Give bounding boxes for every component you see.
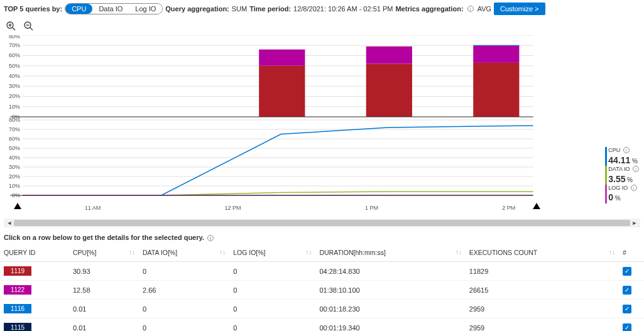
xaxis-slider[interactable]: 11 AM 12 PM 1 PM 2 PM bbox=[4, 205, 640, 217]
cell-executions: 2959 bbox=[466, 318, 619, 332]
row-checkbox[interactable]: ✓ bbox=[623, 323, 631, 332]
svg-text:50%: 50% bbox=[9, 63, 20, 69]
zoom-in-icon[interactable] bbox=[6, 21, 16, 31]
th-cpu[interactable]: CPU[%]↑↓ bbox=[69, 244, 139, 262]
info-icon[interactable]: i bbox=[467, 6, 474, 12]
xaxis-t3: 2 PM bbox=[502, 205, 515, 211]
query-agg-value: SUM bbox=[232, 5, 247, 13]
metrics-agg-value: AVG bbox=[478, 5, 491, 13]
scroll-left-icon[interactable]: ◄ bbox=[5, 220, 14, 226]
pill-dataio[interactable]: Data IO bbox=[92, 4, 129, 14]
th-query-id[interactable]: QUERY ID bbox=[0, 244, 69, 262]
table-row[interactable]: 112212.582.66001:38:10.10026615✓ bbox=[0, 281, 644, 300]
table-row[interactable]: 111930.930004:28:14.83011829✓ bbox=[0, 262, 644, 281]
zoom-out-icon[interactable] bbox=[24, 21, 34, 31]
cell-cpu: 0.01 bbox=[69, 318, 139, 332]
instruction-text: Click on a row below to get the details … bbox=[0, 231, 644, 244]
svg-text:20%: 20% bbox=[9, 173, 20, 180]
th-check[interactable]: # bbox=[619, 244, 644, 262]
time-period-label: Time period: bbox=[249, 5, 291, 13]
cell-executions: 11829 bbox=[466, 262, 619, 281]
horizontal-scrollbar[interactable]: ◄ ► bbox=[4, 219, 640, 227]
range-handle-left[interactable] bbox=[14, 203, 21, 209]
line-cpu[interactable] bbox=[23, 126, 533, 195]
cell-dataio: 0 bbox=[139, 318, 229, 332]
info-icon[interactable]: i bbox=[623, 147, 630, 153]
line-chart-bottom: 0% 10% 20% 30% 40% 50% 60% 70% 80% bbox=[9, 117, 533, 198]
query-id-badge[interactable]: 1119 bbox=[4, 266, 31, 276]
table-row[interactable]: 11150.010000:01:19.3402959✓ bbox=[0, 318, 644, 332]
svg-text:40%: 40% bbox=[9, 155, 20, 161]
legend-dataio-pct: % bbox=[627, 176, 633, 183]
sort-icon[interactable]: ↑↓ bbox=[129, 249, 135, 256]
cell-dataio: 2.66 bbox=[139, 281, 229, 300]
chart-area: 0% 10% 20% 30% 40% 50% 60% 70% 80% bbox=[4, 35, 640, 205]
range-handle-right[interactable] bbox=[533, 203, 540, 209]
bar-1119-12pm[interactable] bbox=[259, 66, 305, 117]
customize-button[interactable]: Customize > bbox=[494, 3, 545, 15]
svg-text:50%: 50% bbox=[9, 145, 20, 151]
cell-cpu: 0.01 bbox=[69, 300, 139, 318]
table-header-row: QUERY ID CPU[%]↑↓ DATA IO[%]↑↓ LOG IO[%]… bbox=[0, 244, 644, 262]
query-id-badge[interactable]: 1116 bbox=[4, 304, 31, 313]
svg-text:60%: 60% bbox=[9, 136, 20, 142]
svg-text:80%: 80% bbox=[9, 117, 20, 123]
row-checkbox[interactable]: ✓ bbox=[623, 305, 631, 313]
xaxis-t0: 11 AM bbox=[85, 205, 101, 211]
bar-1119-1pm[interactable] bbox=[366, 64, 412, 117]
info-icon[interactable]: i bbox=[631, 185, 637, 191]
sort-icon[interactable]: ↑↓ bbox=[219, 249, 226, 256]
line-dataio[interactable] bbox=[23, 192, 533, 195]
info-icon[interactable]: i bbox=[207, 235, 214, 241]
svg-text:10%: 10% bbox=[9, 183, 20, 189]
bar-1122-12pm[interactable] bbox=[259, 50, 305, 66]
legend-cpu[interactable]: CPU i 44.11 % bbox=[605, 147, 640, 166]
legend-logio-label: LOG IO bbox=[608, 185, 628, 191]
th-executions[interactable]: EXECUTIONS COUNT↑↓ bbox=[466, 244, 619, 262]
sort-icon[interactable]: ↑↓ bbox=[305, 249, 312, 256]
zoom-controls bbox=[0, 18, 644, 35]
bar-1122-1pm[interactable] bbox=[366, 46, 412, 64]
row-checkbox[interactable]: ✓ bbox=[623, 286, 631, 295]
th-logio[interactable]: LOG IO[%]↑↓ bbox=[229, 244, 315, 262]
cell-executions: 26615 bbox=[466, 281, 619, 300]
row-checkbox[interactable]: ✓ bbox=[623, 267, 631, 276]
bar-1119-2pm[interactable] bbox=[473, 63, 519, 117]
cell-logio: 0 bbox=[229, 281, 315, 300]
svg-text:60%: 60% bbox=[9, 53, 20, 59]
legend-cpu-value: 44.11 bbox=[608, 155, 630, 165]
bar-1122-2pm[interactable] bbox=[473, 45, 519, 63]
cell-logio: 0 bbox=[229, 262, 315, 281]
info-icon[interactable]: i bbox=[633, 166, 639, 172]
th-duration[interactable]: DURATION[hh:mm:ss]↑↓ bbox=[315, 244, 465, 262]
sort-icon[interactable]: ↑↓ bbox=[456, 249, 462, 256]
cell-duration: 00:01:19.340 bbox=[315, 318, 465, 332]
pill-cpu[interactable]: CPU bbox=[65, 4, 92, 14]
cell-cpu: 12.58 bbox=[69, 281, 139, 300]
cell-duration: 01:38:10.100 bbox=[315, 281, 465, 300]
legend-dataio[interactable]: DATA IO i 3.55 % bbox=[605, 166, 640, 185]
svg-text:70%: 70% bbox=[9, 42, 20, 48]
cell-duration: 00:01:18.230 bbox=[315, 300, 465, 318]
sort-icon[interactable]: ↑↓ bbox=[609, 249, 615, 256]
legend-logio-value: 0 bbox=[608, 192, 613, 202]
legend-dataio-value: 3.55 bbox=[608, 174, 625, 184]
legend-dataio-label: DATA IO bbox=[608, 166, 630, 172]
query-id-badge[interactable]: 1115 bbox=[4, 323, 31, 331]
metrics-agg-label: Metrics aggregation: bbox=[395, 5, 463, 13]
pill-logio[interactable]: Log IO bbox=[129, 4, 162, 14]
th-dataio[interactable]: DATA IO[%]↑↓ bbox=[139, 244, 229, 262]
query-id-badge[interactable]: 1122 bbox=[4, 285, 31, 295]
svg-text:30%: 30% bbox=[9, 83, 20, 89]
bar-chart-top: 0% 10% 20% 30% 40% 50% 60% 70% 80% bbox=[9, 35, 533, 120]
scrollbar-thumb[interactable] bbox=[14, 220, 630, 226]
scroll-right-icon[interactable]: ► bbox=[630, 220, 639, 226]
svg-text:70%: 70% bbox=[9, 126, 20, 133]
cell-dataio: 0 bbox=[139, 262, 229, 281]
xaxis-t1: 12 PM bbox=[225, 205, 241, 211]
legend-logio[interactable]: LOG IO i 0 % bbox=[605, 185, 640, 203]
query-agg-label: Query aggregation: bbox=[165, 5, 229, 13]
svg-text:10%: 10% bbox=[9, 104, 20, 110]
table-row[interactable]: 11160.010000:01:18.2302959✓ bbox=[0, 300, 644, 318]
xaxis-labels: 11 AM 12 PM 1 PM 2 PM bbox=[4, 205, 640, 211]
